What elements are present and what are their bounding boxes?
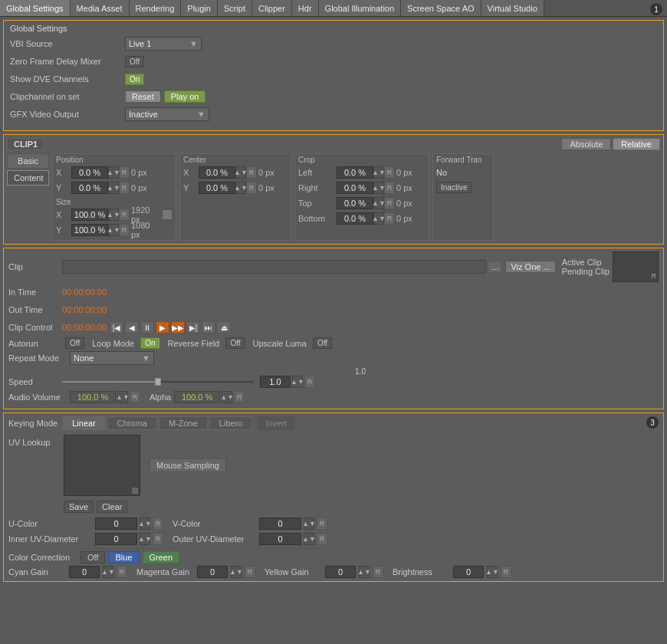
size-y-r-button[interactable]: R: [119, 224, 130, 236]
center-x-r-button[interactable]: R: [246, 166, 257, 179]
save-button[interactable]: Save: [64, 501, 94, 513]
speed-thumb[interactable]: [155, 378, 161, 386]
u-color-r-button[interactable]: R: [153, 518, 163, 530]
speed-slider[interactable]: [62, 376, 254, 388]
crop-left-spin-icon[interactable]: ▲▼: [373, 166, 384, 179]
tab-media-asset[interactable]: Media Asset: [71, 0, 130, 16]
size-y-spin-icon[interactable]: ▲▼: [108, 224, 119, 236]
content-button[interactable]: Content: [7, 170, 49, 186]
out-time-value[interactable]: 00:00:00:00: [62, 305, 107, 314]
tab-rendering[interactable]: Rendering: [130, 0, 182, 16]
autorun-toggle[interactable]: Off: [65, 337, 84, 349]
position-x-r-button[interactable]: R: [119, 166, 130, 179]
gfx-dropdown[interactable]: Inactive ▼: [125, 107, 209, 121]
ctrl-step-fwd-button[interactable]: ⏭: [202, 321, 215, 334]
brightness-input[interactable]: [453, 566, 484, 578]
crop-bottom-input[interactable]: [337, 212, 373, 225]
viz-one-button[interactable]: Viz One ...: [505, 261, 555, 273]
center-x-input[interactable]: [199, 166, 235, 179]
speed-r-button[interactable]: R: [304, 376, 315, 388]
position-y-spin-icon[interactable]: ▲▼: [108, 182, 119, 194]
inner-uv-spin-icon[interactable]: ▲▼: [140, 533, 150, 545]
reverse-field-toggle[interactable]: Off: [225, 337, 245, 349]
relative-button[interactable]: Relative: [613, 138, 660, 150]
crop-right-spin-icon[interactable]: ▲▼: [373, 182, 384, 194]
cc-green-button[interactable]: Green: [143, 551, 180, 564]
alpha-r-button[interactable]: R: [234, 391, 245, 403]
tab-hdr[interactable]: Hdr: [292, 0, 319, 16]
basic-button[interactable]: Basic: [7, 153, 49, 169]
audio-spin-icon[interactable]: ▲▼: [117, 391, 128, 403]
tab-global-settings[interactable]: Global Settings: [0, 0, 71, 16]
size-y-input[interactable]: [71, 224, 108, 236]
size-lock-icon[interactable]: [162, 209, 172, 220]
keying-tab-libero[interactable]: Libero: [209, 416, 253, 430]
center-y-spin-icon[interactable]: ▲▼: [235, 182, 246, 194]
tab-screen-space-ao[interactable]: Screen Space AO: [401, 0, 481, 16]
tab-script[interactable]: Script: [218, 0, 252, 16]
yellow-gain-r-button[interactable]: R: [373, 566, 383, 578]
keying-tab-chroma[interactable]: Chroma: [107, 416, 157, 430]
dots-button[interactable]: ...: [488, 261, 502, 273]
brightness-r-button[interactable]: R: [501, 566, 511, 578]
reset-button[interactable]: Reset: [125, 90, 161, 103]
crop-bottom-r-button[interactable]: R: [384, 212, 395, 225]
center-y-r-button[interactable]: R: [246, 182, 257, 194]
size-x-spin-icon[interactable]: ▲▼: [108, 209, 119, 221]
ctrl-play-button[interactable]: ▶: [156, 321, 169, 334]
upscale-luma-toggle[interactable]: Off: [313, 337, 332, 349]
alpha-input[interactable]: [174, 391, 220, 403]
ctrl-play2-button[interactable]: ▶▶: [171, 321, 185, 334]
inner-uv-input[interactable]: [95, 533, 137, 545]
clear-button[interactable]: Clear: [97, 501, 127, 513]
repeat-mode-dropdown[interactable]: None ▼: [70, 351, 154, 365]
ctrl-fwd-button[interactable]: ▶|: [186, 321, 200, 334]
v-color-input[interactable]: [259, 518, 301, 530]
v-color-spin-icon[interactable]: ▲▼: [304, 518, 314, 530]
position-y-r-button[interactable]: R: [119, 182, 130, 194]
absolute-button[interactable]: Absolute: [561, 138, 611, 150]
position-x-spin-icon[interactable]: ▲▼: [108, 166, 119, 179]
magenta-gain-spin-icon[interactable]: ▲▼: [231, 566, 242, 578]
brightness-spin-icon[interactable]: ▲▼: [487, 566, 498, 578]
crop-top-spin-icon[interactable]: ▲▼: [373, 197, 384, 209]
tab-plugin[interactable]: Plugin: [181, 0, 218, 16]
cc-off-button[interactable]: Off: [80, 551, 105, 564]
tab-clipper[interactable]: Clipper: [252, 0, 292, 16]
center-x-spin-icon[interactable]: ▲▼: [235, 166, 246, 179]
crop-left-input[interactable]: [337, 166, 373, 179]
speed-spin-icon[interactable]: ▲▼: [292, 376, 303, 388]
in-time-value[interactable]: 00:00:00:00: [62, 288, 107, 297]
cyan-gain-input[interactable]: [69, 566, 100, 578]
u-color-input[interactable]: [95, 518, 137, 530]
keying-tab-invert[interactable]: Invert: [257, 416, 295, 430]
loop-mode-toggle[interactable]: On: [140, 337, 159, 349]
audio-r-button[interactable]: R: [130, 391, 140, 403]
vbi-source-dropdown[interactable]: Live 1 ▼: [125, 37, 202, 51]
speed-value[interactable]: 1.0: [260, 376, 291, 388]
u-color-spin-icon[interactable]: ▲▼: [140, 518, 150, 530]
v-color-r-button[interactable]: R: [317, 518, 327, 530]
position-x-input[interactable]: [71, 166, 108, 179]
audio-volume-input[interactable]: [70, 391, 116, 403]
clip-input[interactable]: [62, 260, 486, 274]
crop-right-r-button[interactable]: R: [384, 182, 395, 194]
inner-uv-r-button[interactable]: R: [153, 533, 163, 545]
crop-bottom-spin-icon[interactable]: ▲▼: [373, 212, 384, 225]
magenta-gain-r-button[interactable]: R: [245, 566, 255, 578]
ctrl-play-back-button[interactable]: ◀: [125, 321, 139, 334]
cc-blue-button[interactable]: Blue: [108, 551, 139, 564]
show-dve-toggle[interactable]: On: [125, 74, 144, 85]
crop-top-input[interactable]: [337, 197, 373, 209]
magenta-gain-input[interactable]: [197, 566, 228, 578]
outer-uv-r-button[interactable]: R: [317, 533, 327, 545]
uv-lookup-canvas[interactable]: [64, 435, 140, 496]
zero-frame-toggle[interactable]: Off: [125, 56, 144, 67]
keying-tab-linear[interactable]: Linear: [62, 416, 106, 430]
size-x-input[interactable]: [71, 209, 108, 221]
ctrl-to-start-button[interactable]: |◀: [110, 321, 123, 334]
yellow-gain-input[interactable]: [325, 566, 356, 578]
tab-global-illumination[interactable]: Global Illumination: [319, 0, 402, 16]
outer-uv-input[interactable]: [259, 533, 301, 545]
outer-uv-spin-icon[interactable]: ▲▼: [304, 533, 314, 545]
